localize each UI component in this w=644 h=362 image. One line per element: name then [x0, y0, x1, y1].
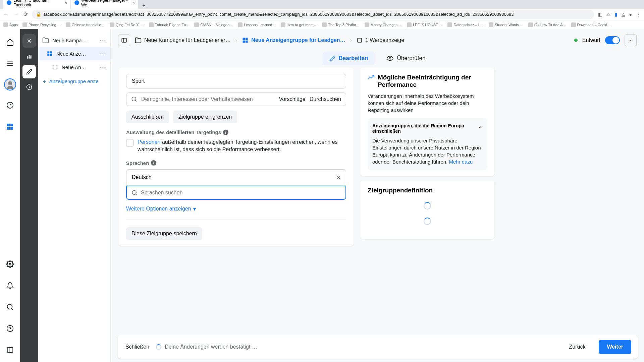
back-button[interactable]: Zurück [561, 340, 593, 354]
svg-line-11 [11, 308, 13, 310]
more-icon[interactable]: ··· [100, 38, 106, 43]
bookmark-item[interactable]: Chinese translatio… [66, 22, 105, 27]
tab-edit[interactable]: Bearbeiten [323, 52, 375, 65]
url-row: ← → ⟳ 🔒 facebook.com/adsmanager/manage/a… [0, 9, 644, 20]
more-icon[interactable]: ··· [100, 51, 106, 57]
browse-button[interactable]: Durchsuchen [310, 96, 341, 102]
bookmark-item[interactable]: Download – Cooki… [571, 22, 611, 27]
reload-icon[interactable]: ⟳ [23, 11, 28, 17]
search-icon[interactable] [3, 300, 17, 314]
chart-icon[interactable] [22, 50, 36, 63]
remove-lang-icon[interactable]: × [336, 174, 340, 181]
svg-rect-25 [50, 54, 52, 56]
new-tab-button[interactable]: + [139, 3, 149, 9]
info-icon[interactable]: i [223, 130, 228, 135]
avatar-icon[interactable]: ● [629, 12, 632, 17]
ads-manager-icon[interactable] [3, 120, 17, 133]
bookmark-item[interactable]: Lessons Learned… [238, 22, 276, 27]
svg-rect-19 [29, 55, 30, 59]
edit-icon[interactable] [22, 65, 36, 78]
bookmark-item[interactable]: The Top 3 Platfor… [322, 22, 360, 27]
saving-status: Deine Änderungen werden bestätigt … [165, 344, 257, 350]
svg-rect-20 [30, 56, 31, 59]
back-icon[interactable]: ← [3, 11, 9, 17]
bookmark-item[interactable]: Phone Recycling … [22, 22, 61, 27]
bookmark-item[interactable]: (2) How To Add A… [528, 22, 567, 27]
plus-icon: + [43, 78, 46, 84]
svg-rect-22 [47, 51, 49, 53]
svg-line-38 [136, 194, 137, 195]
learn-more-link[interactable]: Mehr dazu [449, 159, 473, 165]
crumb-campaign[interactable]: Neue Kampagne für Leadgenerier… [135, 37, 231, 44]
gear-icon[interactable] [3, 257, 17, 271]
bookmark-item[interactable]: Apps [3, 22, 18, 27]
create-adset-button[interactable]: + Anzeigengruppe erste [38, 74, 110, 89]
language-search[interactable] [126, 186, 346, 200]
browser-tab-1[interactable]: Werbeanzeigenmanager - We× [71, 0, 138, 9]
narrow-button[interactable]: Zielgruppe eingrenzen [173, 111, 237, 123]
search-icon [131, 190, 138, 196]
interest-search[interactable]: Vorschläge Durchsuchen [126, 93, 346, 106]
hamburger-icon[interactable] [3, 57, 17, 70]
ad-icon [357, 37, 363, 43]
language-search-input[interactable] [141, 190, 341, 196]
close-button[interactable]: Schließen [124, 341, 151, 353]
loading-spinner-icon [156, 344, 161, 350]
svg-point-37 [132, 190, 136, 194]
svg-rect-31 [243, 41, 245, 43]
expansion-checkbox[interactable] [126, 139, 133, 146]
home-icon[interactable] [3, 36, 17, 49]
bookmark-item[interactable]: How to get more… [281, 22, 318, 27]
fb-ext-icon[interactable]: ▮ [615, 12, 618, 17]
crumb-ad[interactable]: 1 Werbeanzeige [357, 37, 404, 43]
svg-point-34 [389, 58, 391, 59]
url-bar[interactable]: 🔒 facebook.com/adsmanager/manage/adsets/… [32, 10, 594, 19]
bell-icon[interactable] [3, 279, 17, 292]
svg-rect-23 [50, 51, 52, 53]
interest-search-input[interactable] [141, 96, 275, 102]
avatar[interactable] [4, 78, 16, 90]
svg-rect-14 [7, 348, 13, 353]
lock-icon: 🔒 [36, 12, 41, 17]
close-icon[interactable] [22, 34, 36, 48]
airbnb-icon[interactable]: ◬ [622, 12, 625, 17]
forward-icon[interactable]: → [13, 11, 19, 17]
bookmark-item[interactable]: Student Wants … [489, 22, 524, 27]
menu-icon[interactable]: ⋮ [636, 12, 641, 17]
panel-toggle-icon[interactable] [118, 34, 130, 46]
bookmark-item[interactable]: LEE 'S HOUSE … [407, 22, 443, 27]
browser-tab-0[interactable]: Leon R. Chaudhari | Facebook× [3, 0, 70, 9]
help-icon[interactable] [3, 322, 17, 335]
tree-adset[interactable]: Neue Anze… ··· [38, 47, 110, 60]
interest-tag[interactable]: Sport [126, 74, 346, 88]
bookmark-item[interactable]: Money Changes … [365, 22, 402, 27]
more-icon[interactable]: ··· [625, 34, 637, 46]
svg-rect-24 [47, 54, 49, 56]
crumb-adset[interactable]: Neue Anzeigengruppe für Leadgen… [242, 37, 345, 44]
star-icon[interactable]: ☆ [606, 12, 611, 17]
active-toggle[interactable] [605, 36, 620, 44]
tree-ad[interactable]: Neue An… ··· [38, 60, 110, 74]
close-icon[interactable]: × [64, 0, 67, 5]
bookmark-item[interactable]: GMSN… Vologda… [194, 22, 233, 27]
save-audience-button[interactable]: Diese Zielgruppe speichern [126, 227, 202, 240]
gauge-icon[interactable] [3, 99, 17, 112]
exclude-button[interactable]: Ausschließen [126, 111, 169, 123]
bookmark-item[interactable]: Datenschutz – L… [447, 22, 484, 27]
next-button[interactable]: Weiter [599, 340, 631, 354]
clock-icon[interactable] [22, 80, 36, 94]
tab-review[interactable]: Überprüfen [380, 52, 432, 65]
info-icon[interactable]: i [151, 160, 156, 166]
bookmark-item[interactable]: Tutorial: Eigene Fa… [149, 22, 190, 27]
svg-rect-26 [53, 65, 57, 69]
tree-campaign[interactable]: Neue Kampa… ··· [38, 34, 110, 47]
collapse-icon[interactable] [3, 343, 17, 357]
close-icon[interactable]: × [132, 0, 135, 5]
bookmark-item[interactable]: Qing Fei De Yi … [110, 22, 144, 27]
extension-icon[interactable]: ◧ [598, 12, 602, 17]
more-options-button[interactable]: Weitere Optionen anzeigen ▾ [126, 206, 346, 212]
more-icon[interactable]: ··· [100, 64, 106, 70]
suggestions-button[interactable]: Vorschläge [279, 96, 306, 102]
pencil-icon [329, 55, 335, 61]
europe-panel-header[interactable]: Anzeigengruppen, die die Region Europa e… [372, 123, 482, 134]
